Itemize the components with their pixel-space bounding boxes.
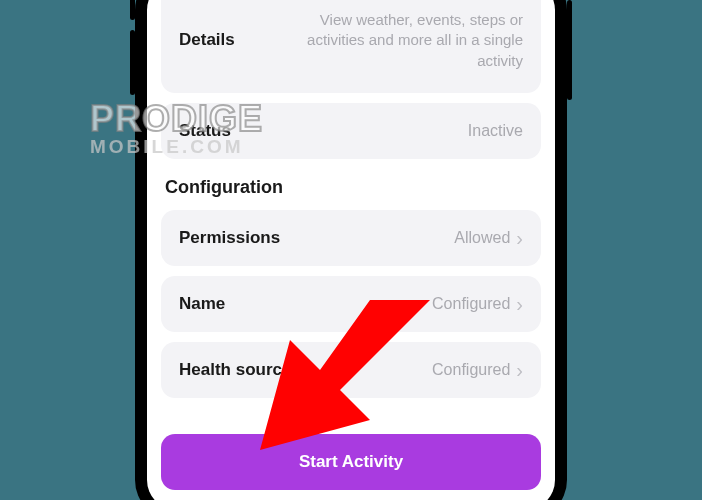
- chevron-right-icon: ›: [516, 228, 523, 248]
- phone-side-button: [130, 0, 135, 20]
- permissions-value-wrap: Allowed ›: [454, 228, 523, 248]
- details-value: View weather, events, steps or activitie…: [303, 10, 523, 71]
- chevron-right-icon: ›: [516, 360, 523, 380]
- health-source-value-wrap: Configured ›: [432, 360, 523, 380]
- status-value: Inactive: [468, 122, 523, 140]
- status-label: Status: [179, 121, 231, 141]
- start-activity-button[interactable]: Start Activity: [161, 434, 541, 490]
- name-value: Configured: [432, 295, 510, 313]
- status-row: Status Inactive: [161, 103, 541, 159]
- screen: Details View weather, events, steps or a…: [147, 0, 555, 500]
- permissions-row[interactable]: Permissions Allowed ›: [161, 210, 541, 266]
- name-value-wrap: Configured ›: [432, 294, 523, 314]
- phone-frame: Details View weather, events, steps or a…: [135, 0, 567, 500]
- details-row: Details View weather, events, steps or a…: [161, 0, 541, 93]
- configuration-heading: Configuration: [161, 169, 541, 210]
- details-label: Details: [179, 30, 235, 50]
- permissions-label: Permissions: [179, 228, 280, 248]
- name-label: Name: [179, 294, 225, 314]
- health-source-row[interactable]: Health source Configured ›: [161, 342, 541, 398]
- health-source-value: Configured: [432, 361, 510, 379]
- chevron-right-icon: ›: [516, 294, 523, 314]
- health-source-label: Health source: [179, 360, 291, 380]
- phone-side-button: [130, 30, 135, 95]
- name-row[interactable]: Name Configured ›: [161, 276, 541, 332]
- permissions-value: Allowed: [454, 229, 510, 247]
- phone-side-button: [567, 0, 572, 100]
